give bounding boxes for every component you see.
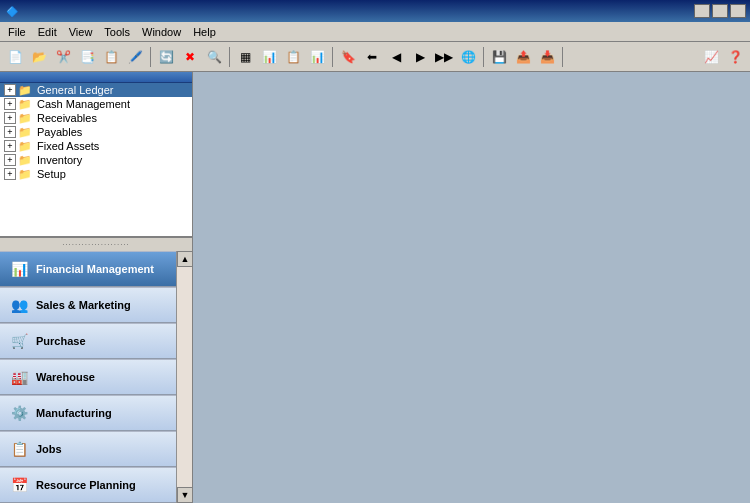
tree-panel: +📁General Ledger+📁Cash Management+📁Recei…: [0, 72, 192, 238]
nav-item-sales-&-marketing[interactable]: 👥Sales & Marketing: [0, 287, 176, 323]
folder-icon: 📁: [18, 84, 34, 96]
refresh-btn[interactable]: 🔄: [155, 46, 177, 68]
view2-btn[interactable]: 📊: [258, 46, 280, 68]
prev-btn[interactable]: ◀: [385, 46, 407, 68]
expand-icon[interactable]: +: [4, 84, 16, 96]
tree-item-label: Receivables: [37, 112, 97, 124]
nav-item-label: Financial Management: [36, 263, 154, 275]
separator-5: [562, 47, 563, 67]
menu-item-window[interactable]: Window: [136, 24, 187, 40]
menu-bar: FileEditViewToolsWindowHelp: [0, 22, 750, 42]
separator-4: [483, 47, 484, 67]
nav-item-label: Jobs: [36, 443, 62, 455]
dots-separator: ·····················: [0, 238, 192, 251]
main-layout: +📁General Ledger+📁Cash Management+📁Recei…: [0, 72, 750, 503]
nav-icon: 📋: [8, 438, 30, 460]
menu-item-view[interactable]: View: [63, 24, 99, 40]
sidebar: +📁General Ledger+📁Cash Management+📁Recei…: [0, 72, 193, 503]
nav-item-purchase[interactable]: 🛒Purchase: [0, 323, 176, 359]
nav-icon: 👥: [8, 294, 30, 316]
scroll-track: [177, 267, 192, 487]
tree-item-label: General Ledger: [37, 84, 113, 96]
expand-icon[interactable]: +: [4, 112, 16, 124]
view4-btn[interactable]: 📊: [306, 46, 328, 68]
separator-3: [332, 47, 333, 67]
back-btn[interactable]: ⬅: [361, 46, 383, 68]
tree-item-setup[interactable]: +📁Setup: [0, 167, 192, 181]
nav-item-financial-management[interactable]: 📊Financial Management: [0, 251, 176, 287]
nav-item-resource-planning[interactable]: 📅Resource Planning: [0, 467, 176, 503]
search-btn[interactable]: 🔍: [203, 46, 225, 68]
expand-icon[interactable]: +: [4, 168, 16, 180]
folder-icon: 📁: [18, 98, 34, 110]
menu-item-file[interactable]: File: [2, 24, 32, 40]
globe-btn[interactable]: 🌐: [457, 46, 479, 68]
nav-item-jobs[interactable]: 📋Jobs: [0, 431, 176, 467]
scroll-down-btn[interactable]: ▼: [177, 487, 193, 503]
scroll-up-btn[interactable]: ▲: [177, 251, 193, 267]
menu-item-tools[interactable]: Tools: [98, 24, 136, 40]
save3-btn[interactable]: 📥: [536, 46, 558, 68]
help-btn[interactable]: ❓: [724, 46, 746, 68]
expand-icon[interactable]: +: [4, 98, 16, 110]
edit-btn[interactable]: 🖊️: [124, 46, 146, 68]
paste-btn[interactable]: 📋: [100, 46, 122, 68]
content-area: [193, 72, 750, 503]
nav-item-label: Warehouse: [36, 371, 95, 383]
tree-item-general-ledger[interactable]: +📁General Ledger: [0, 83, 192, 97]
tree-item-label: Inventory: [37, 154, 82, 166]
title-bar: 🔷: [0, 0, 750, 22]
tree-item-label: Payables: [37, 126, 82, 138]
nav-icon: 🛒: [8, 330, 30, 352]
folder-icon: 📁: [18, 126, 34, 138]
copy-btn[interactable]: 📑: [76, 46, 98, 68]
expand-icon[interactable]: +: [4, 126, 16, 138]
folder-icon: 📁: [18, 154, 34, 166]
view3-btn[interactable]: 📋: [282, 46, 304, 68]
expand-icon[interactable]: +: [4, 154, 16, 166]
toolbar: 📄 📂 ✂️ 📑 📋 🖊️ 🔄 ✖ 🔍 ▦ 📊 📋 📊 🔖 ⬅ ◀ ▶ ▶▶ 🌐…: [0, 42, 750, 72]
bookmark-btn[interactable]: 🔖: [337, 46, 359, 68]
menu-item-edit[interactable]: Edit: [32, 24, 63, 40]
app-icon: 🔷: [4, 3, 20, 19]
tree-item-label: Setup: [37, 168, 66, 180]
save2-btn[interactable]: 📤: [512, 46, 534, 68]
folder-icon: 📁: [18, 112, 34, 124]
separator-1: [150, 47, 151, 67]
new-btn[interactable]: 📄: [4, 46, 26, 68]
tree-item-cash-management[interactable]: +📁Cash Management: [0, 97, 192, 111]
minimize-button[interactable]: [694, 4, 710, 18]
close-button[interactable]: [730, 4, 746, 18]
scrollbar: ▲ ▼: [176, 251, 192, 503]
tree-item-label: Fixed Assets: [37, 140, 99, 152]
open-btn[interactable]: 📂: [28, 46, 50, 68]
delete-btn[interactable]: ✖: [179, 46, 201, 68]
save1-btn[interactable]: 💾: [488, 46, 510, 68]
tree-item-inventory[interactable]: +📁Inventory: [0, 153, 192, 167]
nav-item-warehouse[interactable]: 🏭Warehouse: [0, 359, 176, 395]
nav-item-manufacturing[interactable]: ⚙️Manufacturing: [0, 395, 176, 431]
tree-item-payables[interactable]: +📁Payables: [0, 125, 192, 139]
nav-icon: ⚙️: [8, 402, 30, 424]
next-btn[interactable]: ▶▶: [433, 46, 455, 68]
expand-icon[interactable]: +: [4, 140, 16, 152]
restore-button[interactable]: [712, 4, 728, 18]
tree-item-fixed-assets[interactable]: +📁Fixed Assets: [0, 139, 192, 153]
folder-icon: 📁: [18, 168, 34, 180]
nav-icon: 🏭: [8, 366, 30, 388]
tree-item-label: Cash Management: [37, 98, 130, 110]
nav-item-label: Sales & Marketing: [36, 299, 131, 311]
menu-item-help[interactable]: Help: [187, 24, 222, 40]
cut-btn[interactable]: ✂️: [52, 46, 74, 68]
title-bar-buttons: [694, 4, 746, 18]
nav-scroll-area: 📊Financial Management👥Sales & Marketing🛒…: [0, 251, 192, 503]
nav-icon: 📅: [8, 474, 30, 496]
play-btn[interactable]: ▶: [409, 46, 431, 68]
chart-btn[interactable]: 📈: [700, 46, 722, 68]
tree-header: [0, 72, 192, 83]
view1-btn[interactable]: ▦: [234, 46, 256, 68]
nav-item-label: Purchase: [36, 335, 86, 347]
nav-icon: 📊: [8, 258, 30, 280]
tree-item-receivables[interactable]: +📁Receivables: [0, 111, 192, 125]
nav-item-label: Resource Planning: [36, 479, 136, 491]
